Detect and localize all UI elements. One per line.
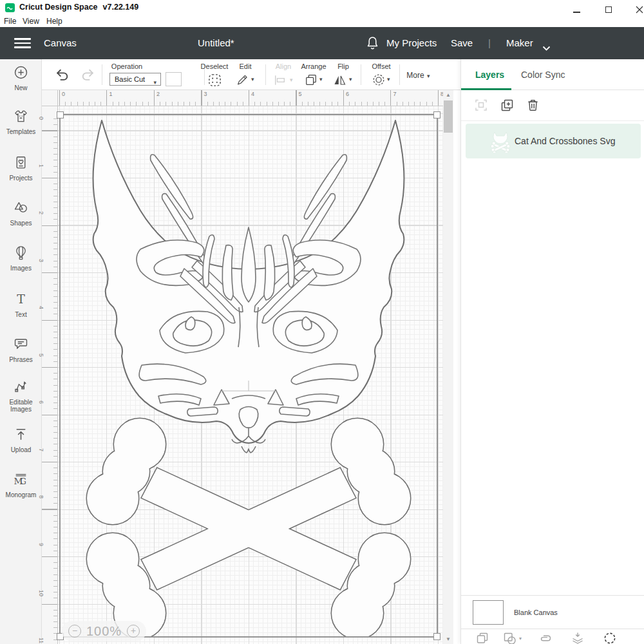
new-plus-icon <box>13 64 29 80</box>
menu-bar: File View Help <box>0 16 644 28</box>
sidebar-item-new[interactable]: New <box>0 64 42 91</box>
undo-icon[interactable] <box>55 66 71 85</box>
more-label[interactable]: More <box>406 71 424 80</box>
layer-actions-row <box>461 90 644 121</box>
zoom-control: − 100% + <box>62 621 146 641</box>
header-divider: | <box>488 27 491 59</box>
flip-icon[interactable] <box>333 73 346 89</box>
ruler-corner <box>42 90 58 106</box>
upload-arrow-icon <box>13 426 29 442</box>
canvas-scrollbar[interactable]: ▲ ▼ <box>443 90 453 644</box>
sidebar-item-templates[interactable]: Templates <box>0 108 42 135</box>
layer-name: Cat And Crossbones Svg <box>515 124 615 158</box>
shapes-icon <box>13 200 29 216</box>
hruler: 012345678 <box>58 90 443 106</box>
svg-text:T: T <box>17 292 25 306</box>
editable-nodes-icon <box>13 379 29 395</box>
slice-icon[interactable] <box>502 631 516 644</box>
machine-selector[interactable]: Maker <box>506 27 533 59</box>
scroll-up-icon[interactable]: ▲ <box>443 90 453 100</box>
chevron-down-icon[interactable]: ▾ <box>427 73 430 79</box>
minimize-button[interactable] <box>567 4 586 14</box>
redo-icon[interactable] <box>79 66 95 85</box>
chevron-down-icon[interactable]: ▾ <box>519 636 522 641</box>
chevron-down-icon[interactable]: ▾ <box>349 76 352 82</box>
zoom-in-icon[interactable]: + <box>127 625 140 638</box>
ruler-number: 11 <box>38 638 44 643</box>
edit-pencil-icon[interactable] <box>236 73 249 88</box>
ruler-number: 1 <box>38 164 44 167</box>
offset-icon[interactable] <box>372 73 385 89</box>
chevron-down-icon[interactable] <box>542 42 551 53</box>
scrollbar-thumb[interactable] <box>444 100 453 133</box>
attach-paperclip-icon[interactable] <box>538 631 553 644</box>
selection-handle-top-left[interactable] <box>57 111 64 118</box>
sidebar-item-images[interactable]: Images <box>0 245 42 272</box>
sidebar-item-shapes[interactable]: Shapes <box>0 200 42 227</box>
deselect-icon[interactable] <box>208 73 222 90</box>
sidebar-item-monogram[interactable]: MG Monogram <box>0 471 42 498</box>
ruler-number: 4 <box>38 306 44 309</box>
operation-dropdown[interactable]: Basic Cut ▾ <box>109 73 161 86</box>
chevron-down-icon: ▾ <box>153 77 156 88</box>
sidebar-item-editable-images[interactable]: Editable Images <box>0 379 42 413</box>
project-card-icon <box>13 155 29 171</box>
text-T-icon: T <box>13 291 29 307</box>
canvas-page-label[interactable]: Canvas <box>44 27 77 59</box>
window-title: Cricut Design Spacev7.22.149 <box>19 3 138 12</box>
selection-handle-top-right[interactable] <box>433 111 440 118</box>
tab-color-sync[interactable]: Color Sync <box>521 59 565 90</box>
sidebar-item-text[interactable]: T Text <box>0 291 42 318</box>
offset-label: Offset <box>372 62 390 70</box>
panel-tabs: Layers Color Sync <box>461 59 644 90</box>
zoom-out-icon[interactable]: − <box>68 625 81 638</box>
group-icon[interactable] <box>474 98 488 115</box>
duplicate-icon[interactable] <box>500 98 515 115</box>
ruler-number: 8 <box>38 495 44 498</box>
ruler-number: 10 <box>38 590 44 596</box>
ruler-number: 2 <box>38 211 44 214</box>
ruler-number: 4 <box>251 91 254 97</box>
sidebar-item-phrases[interactable]: Phrases <box>0 336 42 363</box>
arrange-label: Arrange <box>301 62 326 70</box>
layer-item-cat-and-crossbones[interactable]: Cat And Crossbones Svg <box>466 124 641 158</box>
edit-toolbar: Operation Basic Cut ▾ Deselect Edit ▾ Al… <box>42 59 460 90</box>
balloon-icon <box>13 245 29 261</box>
svg-text:G: G <box>20 477 26 486</box>
sidebar-item-upload[interactable]: Upload <box>0 426 42 453</box>
ruler-number: 0 <box>62 91 65 97</box>
ruler-number: 0 <box>38 117 44 120</box>
layers-panel: Layers Color Sync Cat And <box>460 59 644 644</box>
operation-label: Operation <box>111 62 142 70</box>
flatten-icon[interactable] <box>571 631 585 644</box>
cat-and-crossbones-design[interactable] <box>59 114 438 638</box>
menu-help[interactable]: Help <box>46 17 62 26</box>
chevron-down-icon[interactable]: ▾ <box>387 76 390 82</box>
arrange-icon[interactable] <box>305 73 317 89</box>
zoom-level: 100% <box>86 624 122 639</box>
save-link[interactable]: Save <box>451 27 473 59</box>
my-projects-link[interactable]: My Projects <box>386 27 437 59</box>
menu-view[interactable]: View <box>23 17 39 26</box>
edit-label: Edit <box>240 62 252 70</box>
document-title[interactable]: Untitled* <box>198 27 234 59</box>
tab-layers[interactable]: Layers <box>475 59 504 90</box>
group-objects-icon[interactable] <box>475 631 489 644</box>
align-label: Align <box>276 62 291 70</box>
close-button[interactable] <box>630 4 644 14</box>
align-icon <box>274 74 287 89</box>
sidebar-item-projects[interactable]: Projects <box>0 155 42 182</box>
selection-handle-bottom-right[interactable] <box>433 633 440 640</box>
scroll-down-icon[interactable]: ▼ <box>443 634 453 644</box>
delete-trash-icon[interactable] <box>526 98 540 115</box>
contour-icon[interactable] <box>603 631 617 644</box>
notifications-bell-icon[interactable] <box>366 36 379 53</box>
canvas-color-swatch[interactable] <box>473 600 504 625</box>
maximize-button[interactable] <box>599 4 618 14</box>
menu-file[interactable]: File <box>4 17 16 26</box>
hamburger-menu-icon[interactable] <box>14 38 31 48</box>
cricut-logo-icon <box>5 3 15 12</box>
chevron-down-icon[interactable]: ▾ <box>319 76 323 82</box>
chevron-down-icon[interactable]: ▾ <box>251 76 254 82</box>
color-swatch[interactable] <box>166 72 182 86</box>
